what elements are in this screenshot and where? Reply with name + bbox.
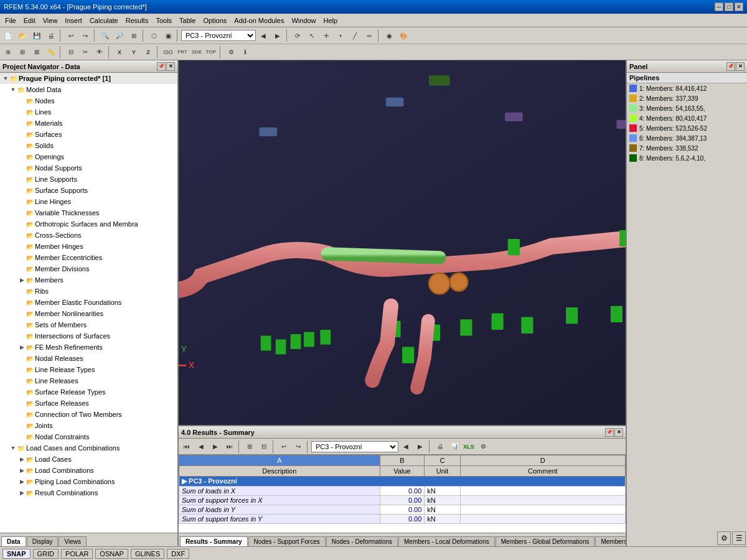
- tree-member-elastic[interactable]: 📂 Member Elastic Foundations: [0, 297, 177, 308]
- move-button[interactable]: ✛: [319, 29, 333, 42]
- tree-openings[interactable]: 📂 Openings: [0, 151, 177, 162]
- tree-project-root[interactable]: ▼ 📁 Prague Piping corrected* [1]: [0, 73, 177, 84]
- settings-btn[interactable]: ⚙: [224, 45, 238, 59]
- tree-sets-members[interactable]: 📂 Sets of Members: [0, 319, 177, 330]
- panel-list-btn[interactable]: ☰: [732, 531, 746, 545]
- res-combo-next[interactable]: ▶: [413, 440, 427, 454]
- pipeline-item-2[interactable]: 2: Members: 337,339: [627, 93, 747, 103]
- color-button[interactable]: 🎨: [397, 29, 410, 42]
- res-forward-button[interactable]: ↪: [291, 440, 305, 454]
- tree-nodal-releases[interactable]: 📂 Nodal Releases: [0, 353, 177, 364]
- view3d-button[interactable]: ⬡: [147, 29, 161, 42]
- line-button[interactable]: ╱: [348, 29, 362, 42]
- status-dxf[interactable]: DXF: [167, 549, 189, 559]
- rotate-button[interactable]: ⟳: [291, 29, 304, 42]
- menu-tools[interactable]: Tools: [152, 16, 176, 26]
- status-grid[interactable]: GRID: [33, 549, 59, 559]
- measure-button[interactable]: 📏: [44, 45, 58, 59]
- node-button[interactable]: •: [334, 29, 347, 42]
- results-tab-member-local[interactable]: Members - Local Deformations: [398, 536, 495, 546]
- right-panel-close[interactable]: ✕: [736, 62, 745, 71]
- nav-pin-button[interactable]: 📌: [157, 62, 166, 71]
- nav-close-button[interactable]: ✕: [166, 62, 175, 71]
- results-tab-node-support[interactable]: Nodes - Support Forces: [248, 536, 326, 546]
- res-first-button[interactable]: ⏮: [180, 440, 194, 454]
- grid-button[interactable]: ⊞: [16, 45, 29, 59]
- zoom-all-button[interactable]: ⊞: [127, 29, 141, 42]
- nav-prev-button[interactable]: ◀: [256, 29, 270, 42]
- viewport-3d[interactable]: X Z Y: [179, 60, 626, 425]
- tree-line-supports[interactable]: 📂 Line Supports: [0, 174, 177, 185]
- maximize-button[interactable]: □: [725, 2, 733, 11]
- tree-ribs[interactable]: 📂 Ribs: [0, 286, 177, 297]
- tree-materials[interactable]: 📂 Materials: [0, 118, 177, 129]
- res-prev-button[interactable]: ◀: [194, 440, 208, 454]
- tree-result-combos[interactable]: ▶ 📂 Result Combinations: [0, 487, 177, 498]
- minimize-button[interactable]: ─: [715, 2, 723, 11]
- tree-member-hinges[interactable]: 📂 Member Hinges: [0, 241, 177, 252]
- menu-results[interactable]: Results: [122, 16, 153, 26]
- x-axis-btn[interactable]: X: [113, 45, 126, 59]
- nav-tab-views[interactable]: Views: [59, 536, 87, 546]
- tree-orthotropic[interactable]: 📂 Orthotropic Surfaces and Membra: [0, 218, 177, 230]
- res-print-button[interactable]: 🖨: [433, 440, 447, 454]
- menu-calculate[interactable]: Calculate: [86, 16, 122, 26]
- print-button[interactable]: 🖨: [44, 29, 58, 42]
- section-button[interactable]: ✂: [78, 45, 92, 59]
- redo-button[interactable]: ↪: [78, 29, 92, 42]
- tree-nodal-supports[interactable]: 📂 Nodal Supports: [0, 162, 177, 174]
- nav-tab-data[interactable]: Data: [1, 536, 26, 546]
- save-button[interactable]: 💾: [30, 29, 44, 42]
- menu-file[interactable]: File: [1, 16, 20, 26]
- menu-addon[interactable]: Add-on Modules: [230, 16, 288, 26]
- res-last-button[interactable]: ⏭: [223, 440, 237, 454]
- res-next-button[interactable]: ▶: [209, 440, 222, 454]
- tree-member-divisions[interactable]: 📂 Member Divisions: [0, 263, 177, 274]
- res-settings-button[interactable]: ⚙: [476, 440, 490, 454]
- menu-window[interactable]: Window: [288, 16, 319, 26]
- nav-tab-display[interactable]: Display: [27, 536, 59, 546]
- tree-load-cases[interactable]: ▶ 📂 Load Cases: [0, 454, 177, 465]
- wireframe-button[interactable]: ▣: [161, 29, 175, 42]
- menu-view[interactable]: View: [39, 16, 62, 26]
- y-axis-btn[interactable]: Y: [127, 45, 141, 59]
- front-btn[interactable]: FRT: [176, 45, 189, 59]
- visibility-button[interactable]: 👁: [93, 45, 106, 59]
- member-button[interactable]: ═: [362, 29, 376, 42]
- open-button[interactable]: 📂: [16, 29, 29, 42]
- close-button[interactable]: ✕: [735, 2, 743, 11]
- tree-surface-supports[interactable]: 📂 Surface Supports: [0, 185, 177, 196]
- tree-load-cases-combos[interactable]: ▼ 📁 Load Cases and Combinations: [0, 442, 177, 454]
- right-panel-pin[interactable]: 📌: [726, 62, 735, 71]
- res-collapse-button[interactable]: ⊟: [257, 440, 271, 454]
- select-button[interactable]: ↖: [305, 29, 319, 42]
- side-btn[interactable]: SDE: [190, 45, 204, 59]
- tree-nodes[interactable]: 📂 Nodes: [0, 95, 177, 106]
- tree-model-data[interactable]: ▼ 📁 Model Data: [0, 84, 177, 95]
- results-tab-node-deform[interactable]: Nodes - Deformations: [326, 536, 398, 546]
- top-btn[interactable]: TOP: [204, 45, 218, 59]
- tree-piping-load-combos[interactable]: ▶ 📂 Piping Load Combinations: [0, 476, 177, 487]
- tree-nodal-constraints[interactable]: 📂 Nodal Constraints: [0, 431, 177, 442]
- status-osnap[interactable]: OSNAP: [95, 549, 128, 559]
- pipeline-item-5[interactable]: 5: Members: 523,526-52: [627, 123, 747, 133]
- panel-settings-btn[interactable]: ⚙: [717, 531, 731, 545]
- ortho-button[interactable]: ⊠: [30, 45, 44, 59]
- res-combo-prev[interactable]: ◀: [399, 440, 413, 454]
- res-chart-button[interactable]: 📊: [448, 440, 461, 454]
- tree-line-releases[interactable]: 📂 Line Releases: [0, 375, 177, 386]
- nav-next-button[interactable]: ▶: [271, 29, 284, 42]
- menu-table[interactable]: Table: [176, 16, 199, 26]
- menu-options[interactable]: Options: [199, 16, 230, 26]
- pipeline-item-3[interactable]: 3: Members: 54,163,55,: [627, 103, 747, 113]
- tree-surface-release-types[interactable]: 📂 Surface Release Types: [0, 386, 177, 398]
- res-back-button[interactable]: ↩: [277, 440, 291, 454]
- menu-help[interactable]: Help: [320, 16, 342, 26]
- results-combo[interactable]: PC3 - Provozní: [311, 441, 398, 452]
- pipeline-item-4[interactable]: 4: Members: 80,410,417: [627, 113, 747, 123]
- menu-insert[interactable]: Insert: [61, 16, 86, 26]
- tree-intersections[interactable]: 📂 Intersections of Surfaces: [0, 330, 177, 342]
- results-tab-member-global[interactable]: Members - Global Deformations: [496, 536, 595, 546]
- new-button[interactable]: 📄: [1, 29, 15, 42]
- tree-lines[interactable]: 📂 Lines: [0, 106, 177, 118]
